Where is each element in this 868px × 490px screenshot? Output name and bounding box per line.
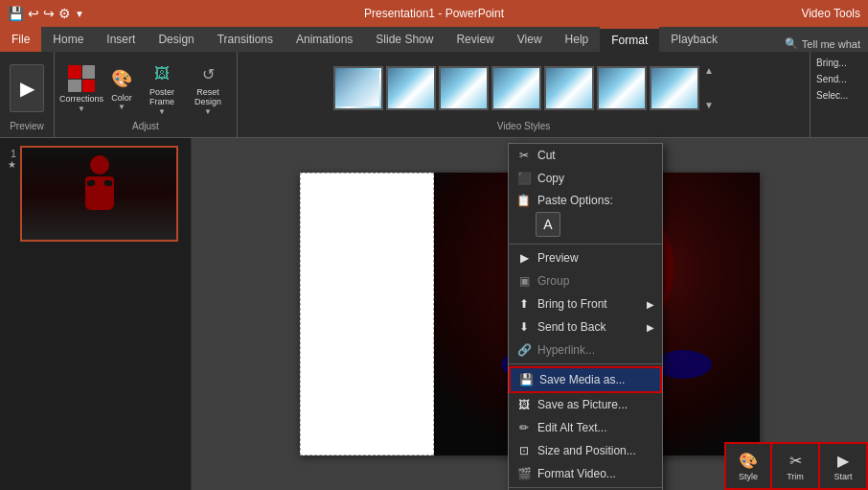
custom-icon[interactable]: ⚙ [58,6,71,21]
hyperlink-icon: 🔗 [516,343,532,357]
size-pos-icon: ⊡ [516,444,532,457]
slide-panel: 1 ★ [0,138,192,490]
slide-number: 1 [11,148,16,159]
right-ribbon-partial: Bring... Send... Selec... [811,52,868,137]
context-menu-cut[interactable]: ✂ Cut [509,144,662,167]
cut-icon: ✂ [516,149,532,162]
video-tools-label: Video Tools [801,7,860,20]
style-icon: 🎨 [739,452,758,470]
video-style-thumbs: ▲ ▼ [333,58,714,119]
video-tools-text: Video Tools [801,7,860,20]
tab-transitions[interactable]: Transitions [206,27,285,52]
context-menu-send-back[interactable]: ⬇ Send to Back ▶ [509,315,662,338]
undo-icon[interactable]: ↩ [28,6,39,21]
dropdown-icon[interactable]: ▼ [75,9,84,19]
video-style-7[interactable] [650,66,699,110]
poster-frame-button[interactable]: 🖼 Poster Frame ▼ [141,58,183,118]
tab-review[interactable]: Review [445,27,505,52]
context-menu-format-video[interactable]: 🎬 Format Video... [509,462,662,485]
send-backward-button[interactable]: Send... [812,72,866,86]
size-position-label: Size and Position... [537,444,636,457]
context-menu-save-picture[interactable]: 🖼 Save as Picture... [509,393,662,416]
bring-front-arrow: ▶ [647,299,654,310]
send-back-arrow: ▶ [647,322,654,333]
adjust-group-label: Adjust [132,121,159,131]
video-style-3[interactable] [439,66,489,110]
save-media-icon: 💾 [518,373,534,386]
context-menu-edit-alt[interactable]: ✏ Edit Alt Text... [509,416,662,439]
tab-animations[interactable]: Animations [285,27,364,52]
format-video-label: Format Video... [537,467,616,480]
video-style-5[interactable] [544,66,594,110]
paste-options-row: A [509,209,662,242]
tab-design[interactable]: Design [147,27,205,52]
video-style-4[interactable] [491,66,541,110]
slide-item-1[interactable]: 1 ★ [8,146,183,242]
ribbon-group-video-styles: ▲ ▼ Video Styles [238,52,811,137]
selection-button[interactable]: Selec... [812,88,866,103]
context-menu-size-position[interactable]: ⊡ Size and Position... [509,439,662,462]
scroll-down-icon[interactable]: ▼ [704,101,714,110]
ribbon-tabs: File Home Insert Design Transitions Anim… [0,27,868,52]
tab-format[interactable]: Format [600,27,659,52]
hyperlink-label: Hyperlink... [537,343,595,357]
color-button[interactable]: 🎨 Color ▼ [104,63,139,113]
reset-design-label: Reset Design [187,88,229,107]
context-menu-group[interactable]: ▣ Group [509,269,662,292]
video-tools-bar: 🎨 Style ✂ Trim ▶ Start [724,442,868,490]
tab-slideshow[interactable]: Slide Show [364,27,445,52]
context-menu-save-media[interactable]: 💾 Save Media as... [509,366,662,393]
color-label: Color [111,93,132,103]
start-label: Start [834,472,852,481]
save-icon[interactable]: 💾 [8,6,24,21]
tab-insert[interactable]: Insert [95,27,147,52]
reset-design-button[interactable]: ↺ Reset Design ▼ [185,58,231,118]
paste-btn-1[interactable]: A [536,212,560,237]
menu-separator-1 [509,244,662,245]
main-area: 1 ★ [0,138,868,490]
video-style-2[interactable] [386,66,436,110]
tell-me-input[interactable]: 🔍Tell me what [777,35,868,52]
trim-button[interactable]: ✂ Trim [772,442,820,490]
copy-icon: ⬛ [516,172,532,185]
tab-help[interactable]: Help [554,27,601,52]
poster-frame-label: Poster Frame [143,88,181,107]
bring-front-label: Bring to Front [537,297,607,311]
svg-point-11 [654,350,712,379]
copy-label: Copy [537,172,564,185]
context-menu: ✂ Cut ⬛ Copy 📋 Paste Options: A ▶ Previe… [508,143,663,490]
style-button[interactable]: 🎨 Style [724,442,772,490]
paste-options-label: Paste Options: [537,194,613,207]
tab-home[interactable]: Home [41,27,95,52]
scroll-up-icon[interactable]: ▲ [704,66,714,76]
corrections-label: Corrections [59,95,103,105]
bring-front-icon: ⬆ [516,297,532,311]
tab-playback[interactable]: Playback [659,27,729,52]
context-menu-preview[interactable]: ▶ Preview [509,246,662,269]
video-style-1[interactable] [333,66,383,110]
cut-label: Cut [537,149,556,162]
ribbon-group-adjust: Corrections ▼ 🎨 Color ▼ 🖼 Poster Frame ▼… [55,52,238,137]
tell-me-text: Tell me what [802,38,860,50]
start-button[interactable]: ▶ Start [820,442,868,490]
save-picture-label: Save as Picture... [537,398,628,411]
context-menu-hyperlink[interactable]: 🔗 Hyperlink... [509,338,662,362]
context-menu-copy[interactable]: ⬛ Copy [509,167,662,190]
format-video-icon: 🎬 [516,467,532,480]
group-icon: ▣ [516,274,532,288]
context-menu-bring-front[interactable]: ⬆ Bring to Front ▶ [509,292,662,315]
tab-file[interactable]: File [0,27,41,52]
ribbon-content: ▶ Preview Corrections ▼ 🎨 Color ▼ [0,52,868,138]
bring-forward-button[interactable]: Bring... [812,56,866,70]
quick-access-toolbar: 💾 ↩ ↪ ⚙ ▼ [0,6,84,21]
video-style-6[interactable] [597,66,647,110]
preview-label: Preview [537,251,579,265]
corrections-button[interactable]: Corrections ▼ [60,61,103,115]
style-label: Style [739,472,758,481]
play-button[interactable]: ▶ [10,58,44,119]
menu-separator-2 [509,363,662,364]
start-icon: ▶ [837,452,849,470]
slide-thumbnail[interactable] [20,146,178,242]
redo-icon[interactable]: ↪ [43,6,55,21]
tab-view[interactable]: View [506,27,554,52]
